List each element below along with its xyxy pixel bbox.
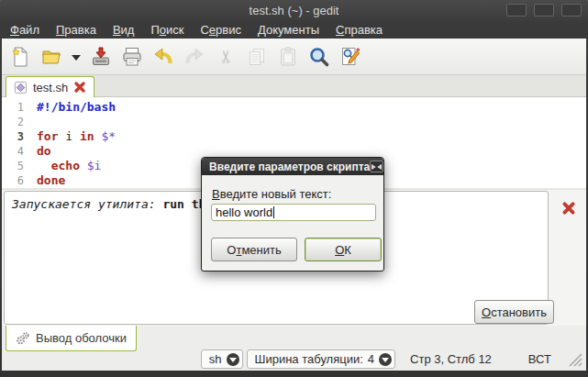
undo-button[interactable] [150,43,177,71]
find-button[interactable] [305,43,333,71]
shell-output-tab-label: Вывод оболочки [36,331,127,345]
open-dropdown-button[interactable] [69,43,83,71]
tab-label: test.sh [33,81,68,94]
menu-bar: Файл Правка Вид Поиск Сервис Документы С… [0,20,588,39]
redo-icon [183,46,205,68]
code-line: 1 #!/bin/bash [2,100,586,115]
dialog-input-label: Введите новый текст: [212,187,331,201]
menu-tools[interactable]: Сервис [192,22,250,38]
output-status-text: Запускается утилита: [12,197,162,211]
line-number: 6 [2,173,24,188]
toolbar: ✂ [2,39,586,75]
paste-button[interactable] [274,43,302,71]
tab-width-value: 4 [368,352,374,366]
find-icon [308,46,330,68]
resize-grip[interactable] [568,352,582,367]
print-icon [121,46,143,68]
language-value: sh [209,352,222,366]
ok-button[interactable]: ОК [305,238,382,261]
line-number: 1 [2,100,24,115]
menu-view[interactable]: Вид [105,22,143,38]
save-icon [90,46,112,68]
new-document-icon [9,46,31,68]
stop-button[interactable]: Остановить [474,300,554,324]
shell-script-icon [14,81,28,94]
paste-icon [277,46,299,68]
cut-icon: ✂ [216,50,236,64]
chevron-down-icon [382,357,389,362]
close-panel-icon [561,201,576,216]
menu-file[interactable]: Файл [2,22,48,38]
minimize-button[interactable] [506,4,527,17]
copy-button[interactable] [243,43,271,71]
variable-token: $i [87,159,102,172]
keyword-token: in [80,129,94,143]
maximize-button[interactable] [534,4,554,17]
resize-grip-icon [568,352,582,367]
chevron-down-icon [229,357,237,362]
replace-icon [339,46,361,68]
copy-icon [246,46,268,68]
text-caret [273,206,274,218]
keyword-token: echo [51,159,80,172]
dialog-close-icon [371,163,383,171]
text-input-value: hello world [216,205,272,219]
menu-documents[interactable]: Документы [250,22,327,38]
keyword-token: done [37,173,65,187]
gedit-window: test.sh (~) - gedit Файл Правка Вид Поис… [0,0,588,377]
menu-search[interactable]: Поиск [142,22,192,38]
tab-width-dropdown[interactable]: Ширина табуляции: 4 [247,349,396,369]
menu-help[interactable]: Справка [327,22,391,38]
tab-test-sh[interactable]: test.sh [6,76,94,97]
status-bar: sh Ширина табуляции: 4 Стр 3, Стлб 12 ВС… [2,348,586,371]
close-button[interactable] [561,4,582,17]
variable-token: $* [101,129,116,143]
close-panel-button[interactable] [560,199,578,217]
code-line: 2 [2,115,586,129]
open-folder-icon [40,46,62,68]
line-number-current: 3 [2,129,24,144]
cursor-position: Стр 3, Стлб 12 [410,352,492,366]
gears-icon [16,331,30,346]
dialog-title: Введите параметров скрипта [209,161,370,173]
text-input[interactable]: hello world [211,204,376,221]
insert-mode-indicator: ВСТ [528,352,551,366]
line-number: 2 [2,115,24,129]
tab-close-icon[interactable] [73,81,86,94]
menu-edit[interactable]: Правка [48,22,105,38]
code-line: 3 for i in $* [2,129,586,144]
window-controls [506,4,582,17]
open-dropdown-icon [71,51,82,62]
window-title: test.sh (~) - gedit [250,4,339,17]
dialog-close-button[interactable] [370,161,383,172]
title-bar: test.sh (~) - gedit [0,0,588,20]
cut-button[interactable]: ✂ [212,43,239,71]
redo-button[interactable] [181,43,208,71]
line-number: 4 [2,144,24,159]
new-document-button[interactable] [6,43,34,71]
tab-width-label: Ширина табуляции: [255,352,363,366]
keyword-token: do [37,144,51,158]
print-button[interactable] [118,43,146,71]
cancel-button[interactable]: Отменить [211,238,297,261]
script-parameters-dialog: Введите параметров скрипта Введите новый… [201,157,384,272]
language-dropdown[interactable]: sh [201,349,243,369]
line-number: 5 [2,159,24,173]
shebang-token: #!/bin/bash [37,100,116,114]
document-tab-strip: test.sh [2,75,586,97]
replace-button[interactable] [337,43,364,71]
dialog-title-bar[interactable]: Введите параметров скрипта [202,158,383,175]
keyword-token: for [37,129,58,143]
undo-icon [152,46,174,68]
save-button[interactable] [87,43,115,71]
open-button[interactable] [38,43,65,71]
